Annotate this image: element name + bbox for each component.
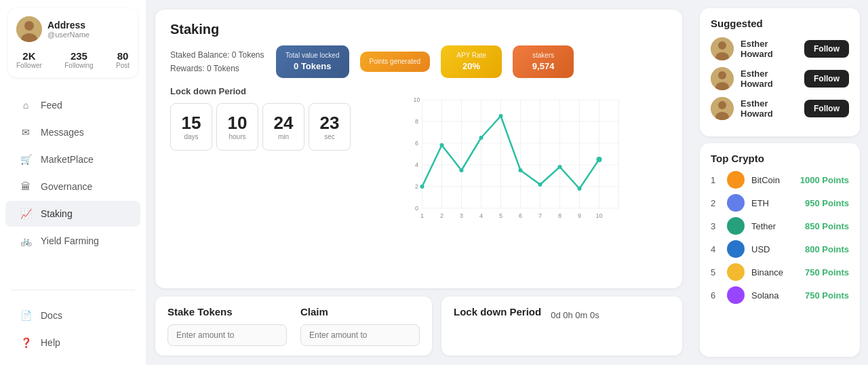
sidebar-item-governance[interactable]: 🏛 Governance [5, 174, 140, 199]
sidebar-item-label: MarketPlace [41, 154, 94, 165]
suggested-user-3: Esther Howard Follow [711, 97, 849, 120]
mail-icon: ✉ [19, 126, 33, 139]
follow-button-2[interactable]: Follow [804, 70, 849, 88]
sidebar-item-label: Governance [41, 181, 92, 192]
avatar [16, 16, 42, 42]
chart-svg: 0 2 4 6 8 10 1 2 3 4 5 6 7 8 9 10 [367, 86, 667, 222]
svg-point-36 [420, 185, 425, 189]
nav-bottom: 📄 Docs ❓ Help [0, 296, 146, 365]
staking-balance: Staked Balance: 0 Tokens Rewards: 0 Toke… [170, 48, 265, 76]
bike-icon: 🚲 [19, 234, 33, 248]
countdown-min: 24 min [262, 103, 304, 151]
crypto-icon-eth [727, 194, 745, 212]
svg-text:2: 2 [440, 212, 443, 219]
stake-amount-input[interactable] [167, 324, 287, 346]
post-stat: 80 Post [116, 50, 130, 69]
crypto-item-3: 3 Tether 850 Points [711, 217, 849, 235]
crypto-item-5: 5 Binance 750 Points [711, 263, 849, 281]
top-crypto-card: Top Crypto 1 BitCoin 1000 Points 2 ETH 9… [700, 143, 860, 357]
svg-text:8: 8 [558, 212, 561, 219]
claim-amount-input[interactable] [300, 324, 420, 346]
lockdown-period-card: Lock down Period 0d 0h 0m 0s [441, 296, 682, 356]
sidebar-item-label: Yield Farming [41, 235, 99, 246]
suggested-user-1: Esther Howard Follow [711, 37, 849, 60]
stake-title: Stake Tokens [167, 306, 287, 318]
avatar [711, 37, 734, 60]
avatar [711, 97, 734, 120]
svg-point-45 [597, 157, 602, 162]
svg-point-38 [460, 168, 464, 172]
crypto-item-2: 2 ETH 950 Points [711, 194, 849, 212]
lockdown-period-title: Lock down Period [170, 86, 351, 96]
avatar [711, 67, 734, 90]
svg-text:4: 4 [479, 212, 483, 219]
sidebar-item-label: Docs [41, 310, 62, 321]
crypto-item-1: 1 BitCoin 1000 Points [711, 171, 849, 189]
svg-point-47 [718, 41, 726, 50]
crypto-item-4: 4 USD 800 Points [711, 240, 849, 258]
stake-tokens-card: Stake Tokens Claim [155, 296, 432, 356]
suggested-card: Suggested Esther Howard Follow Esther Ho… [700, 8, 860, 136]
profile-card: Address @userName 2K Follower 235 Follow… [8, 8, 138, 77]
svg-text:8: 8 [415, 118, 418, 125]
svg-point-40 [499, 114, 503, 118]
badge-stakers: stakers 9,574 [513, 45, 574, 78]
svg-text:5: 5 [499, 212, 502, 219]
suggested-name: Esther Howard [741, 98, 797, 119]
claim-title: Claim [300, 306, 420, 318]
crypto-icon-solana [727, 286, 745, 304]
top-crypto-title: Top Crypto [711, 153, 849, 164]
staking-card: Staking Staked Balance: 0 Tokens Rewards… [155, 9, 682, 288]
bottom-cards: Stake Tokens Claim Lock down Period 0d 0… [155, 296, 682, 356]
svg-text:10: 10 [595, 212, 602, 219]
suggested-name: Esther Howard [741, 39, 797, 59]
sidebar-item-label: Staking [41, 208, 73, 219]
svg-text:1: 1 [420, 212, 424, 219]
svg-text:4: 4 [415, 161, 418, 168]
svg-point-39 [479, 136, 484, 140]
svg-point-50 [718, 71, 726, 79]
following-stat: 235 Following [64, 50, 93, 69]
countdown-boxes: 15 days 10 hours 24 min 23 sec [170, 103, 351, 151]
chart-icon: 📈 [19, 207, 33, 220]
sidebar-item-help[interactable]: ❓ Help [5, 330, 140, 356]
follow-button-3[interactable]: Follow [804, 100, 849, 117]
lockdown-left: Lock down Period 15 days 10 hours 24 min [170, 86, 351, 151]
crypto-icon-bitcoin [727, 171, 745, 189]
svg-point-41 [519, 168, 523, 172]
nav-section: ⌂ Feed ✉ Messages 🛒 MarketPlace 🏛 Govern… [0, 85, 146, 284]
staking-top-row: Staked Balance: 0 Tokens Rewards: 0 Toke… [170, 45, 667, 78]
sidebar-item-feed[interactable]: ⌂ Feed [5, 92, 140, 118]
sidebar-item-staking[interactable]: 📈 Staking [5, 201, 140, 227]
bank-icon: 🏛 [19, 180, 33, 193]
svg-point-1 [24, 21, 34, 31]
svg-point-37 [440, 143, 444, 147]
doc-icon: 📄 [19, 309, 33, 322]
suggested-user-2: Esther Howard Follow [711, 67, 849, 90]
countdown-hours: 10 hours [216, 103, 258, 151]
lockdown-bottom-timer: 0d 0h 0m 0s [551, 310, 599, 320]
svg-text:9: 9 [578, 212, 581, 219]
follower-stat: 2K Follower [16, 50, 42, 69]
sidebar-item-docs[interactable]: 📄 Docs [5, 303, 140, 328]
crypto-icon-usd [727, 240, 745, 258]
svg-text:3: 3 [460, 212, 463, 219]
sidebar-item-messages[interactable]: ✉ Messages [5, 119, 140, 145]
follow-button-1[interactable]: Follow [804, 40, 849, 58]
sidebar-item-yield-farming[interactable]: 🚲 Yield Farming [5, 228, 140, 254]
suggested-name: Esther Howard [741, 69, 797, 89]
lockdown-section: Lock down Period 15 days 10 hours 24 min [170, 86, 667, 222]
staking-chart: 0 2 4 6 8 10 1 2 3 4 5 6 7 8 9 10 [367, 86, 667, 222]
countdown-days: 15 days [170, 103, 212, 151]
svg-point-44 [578, 187, 582, 191]
staking-title: Staking [170, 22, 667, 37]
svg-text:2: 2 [415, 183, 418, 190]
suggested-title: Suggested [711, 18, 849, 29]
badge-points-generated: Points generated [360, 52, 431, 72]
sidebar-item-marketplace[interactable]: 🛒 MarketPlace [5, 147, 140, 172]
svg-text:0: 0 [415, 205, 418, 212]
svg-text:7: 7 [538, 212, 542, 219]
sidebar-item-label: Help [41, 337, 60, 348]
sidebar-item-label: Messages [41, 127, 84, 138]
badge-total-value: Total value locked 0 Tokens [276, 45, 349, 78]
